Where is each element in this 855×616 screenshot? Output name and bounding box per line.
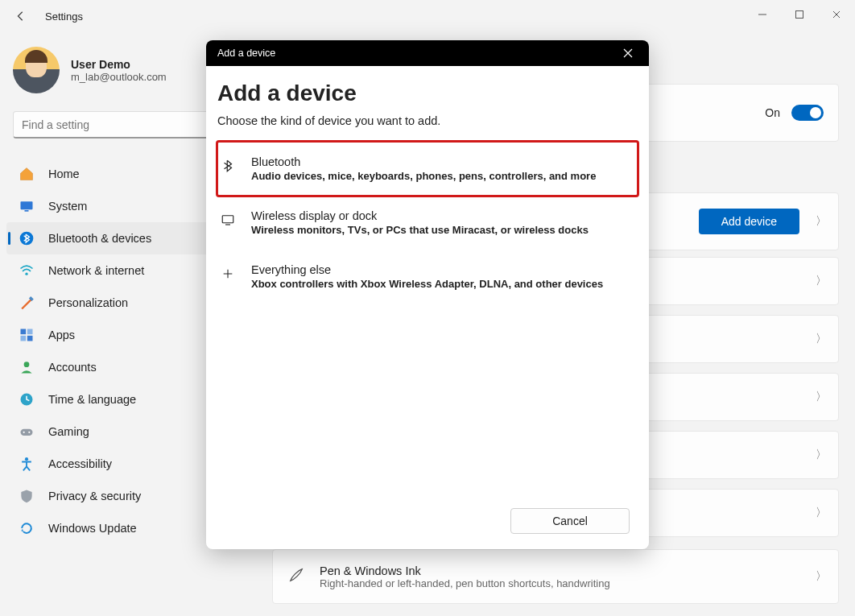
dialog-prompt: Choose the kind of device you want to ad… [217, 114, 638, 127]
user-email: m_lab@outlook.com [71, 71, 167, 83]
sidebar-item-label: Gaming [48, 425, 89, 438]
back-icon[interactable] [11, 6, 31, 26]
bluetooth-icon [219, 157, 237, 175]
apps-icon [18, 326, 35, 344]
svg-rect-15 [21, 429, 33, 436]
minimize-icon[interactable] [744, 0, 781, 29]
dialog-close-icon[interactable] [618, 43, 638, 63]
pen-icon [287, 566, 305, 587]
dialog-heading: Add a device [217, 81, 638, 106]
add-device-button[interactable]: Add device [699, 209, 799, 234]
device-option-title: Bluetooth [251, 155, 596, 168]
svg-rect-10 [27, 329, 33, 335]
avatar [13, 47, 60, 93]
sidebar-item-label: Privacy & security [48, 490, 141, 502]
dialog-titlebar-text: Add a device [217, 48, 275, 59]
device-option-desc: Audio devices, mice, keyboards, phones, … [251, 170, 596, 182]
wifi-icon [18, 262, 35, 279]
monitor-icon [219, 211, 237, 229]
update-icon [18, 519, 35, 537]
chevron-right-icon: 〉 [816, 569, 827, 584]
add-device-dialog: Add a device Add a device Choose the kin… [206, 40, 649, 549]
sidebar-item-label: System [48, 200, 87, 213]
titlebar: Settings [0, 0, 855, 32]
device-option-wireless-display[interactable]: Wireless display or dock Wireless monito… [217, 196, 638, 250]
bluetooth-toggle-label: On [765, 106, 780, 119]
svg-point-7 [25, 273, 27, 275]
cancel-button[interactable]: Cancel [510, 508, 630, 534]
device-option-desc: Xbox controllers with Xbox Wireless Adap… [251, 278, 603, 290]
user-icon [18, 358, 35, 376]
sidebar-item-label: Accessibility [48, 457, 112, 470]
svg-rect-4 [21, 201, 33, 209]
shield-icon [18, 487, 35, 505]
search-field[interactable] [22, 118, 223, 131]
chevron-right-icon: 〉 [816, 274, 827, 288]
maximize-icon[interactable] [781, 0, 818, 29]
sidebar-item-label: Network & internet [48, 264, 144, 277]
pen-row-subtitle: Right-handed or left-handed, pen button … [320, 577, 610, 589]
svg-point-17 [28, 432, 30, 433]
accessibility-icon [18, 455, 35, 473]
sidebar-item-label: Accounts [48, 361, 97, 374]
device-option-desc: Wireless monitors, TVs, or PCs that use … [251, 224, 589, 236]
clock-icon [18, 391, 35, 408]
plus-icon [219, 265, 237, 283]
device-option-everything-else[interactable]: Everything else Xbox controllers with Xb… [217, 250, 638, 304]
svg-rect-19 [222, 216, 233, 223]
device-option-title: Wireless display or dock [251, 209, 589, 222]
sidebar-item-label: Time & language [48, 393, 136, 406]
pen-windows-ink-row[interactable]: Pen & Windows Ink Right-handed or left-h… [272, 549, 839, 604]
device-option-title: Everything else [251, 263, 603, 276]
chevron-right-icon: 〉 [816, 390, 827, 404]
svg-rect-5 [25, 210, 29, 212]
pen-row-title: Pen & Windows Ink [320, 564, 610, 577]
sidebar-item-label: Personalization [48, 296, 128, 309]
paint-icon [18, 294, 35, 312]
gaming-icon [18, 423, 35, 440]
sidebar-item-label: Home [48, 167, 80, 180]
svg-point-13 [24, 362, 30, 367]
device-option-bluetooth[interactable]: Bluetooth Audio devices, mice, keyboards… [217, 142, 638, 196]
chevron-right-icon: 〉 [816, 506, 827, 520]
home-icon [18, 165, 35, 183]
chevron-right-icon: 〉 [816, 214, 827, 229]
system-icon [18, 197, 35, 215]
user-name: User Demo [71, 58, 167, 71]
dialog-titlebar: Add a device [206, 40, 649, 66]
chevron-right-icon: 〉 [816, 448, 827, 462]
svg-rect-1 [796, 11, 803, 19]
sidebar-item-label: Windows Update [48, 522, 137, 535]
chevron-right-icon: 〉 [816, 332, 827, 346]
close-icon[interactable] [818, 0, 855, 29]
svg-rect-9 [21, 329, 27, 335]
svg-point-16 [23, 432, 25, 433]
window-controls [744, 0, 855, 29]
window-title: Settings [45, 10, 83, 23]
bluetooth-toggle[interactable] [791, 105, 824, 121]
svg-rect-11 [21, 336, 27, 341]
sidebar-item-label: Bluetooth & devices [48, 232, 151, 245]
svg-rect-12 [27, 336, 33, 341]
bluetooth-icon [18, 229, 35, 247]
svg-point-18 [25, 457, 28, 461]
sidebar-item-label: Apps [48, 329, 75, 341]
